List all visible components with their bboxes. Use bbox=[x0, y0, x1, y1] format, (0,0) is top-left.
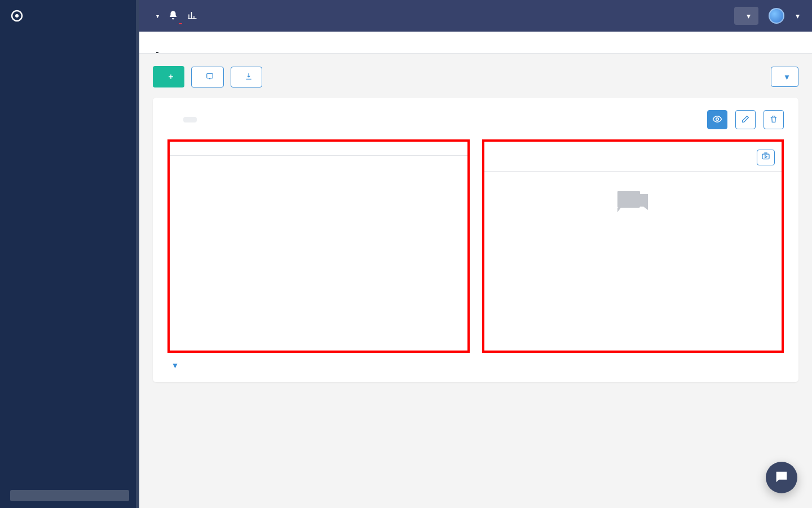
delete-button[interactable] bbox=[764, 110, 784, 129]
eye-icon bbox=[712, 114, 722, 126]
content: ＋ ▾ bbox=[139, 54, 812, 508]
sub-tabs bbox=[139, 32, 812, 54]
show-list-link[interactable]: ▾ bbox=[171, 361, 177, 370]
tablet-icon bbox=[205, 72, 214, 82]
main: ▾ ▾ ▾ bbox=[139, 0, 812, 508]
notifications-bell[interactable] bbox=[168, 10, 178, 22]
brand-logo[interactable] bbox=[0, 0, 139, 34]
sidebar-scrollbar[interactable] bbox=[136, 0, 139, 508]
chat-fab[interactable] bbox=[766, 462, 797, 493]
plus-icon: ＋ bbox=[167, 72, 175, 82]
chat-bubble-icon bbox=[774, 469, 789, 487]
session-card-header bbox=[167, 110, 784, 129]
download-quest-button[interactable] bbox=[231, 67, 262, 87]
version-tablet-button[interactable] bbox=[191, 67, 224, 87]
session-card: ▾ bbox=[153, 98, 798, 382]
tab-qa[interactable] bbox=[156, 32, 158, 53]
svg-rect-2 bbox=[207, 73, 213, 78]
stats-icon[interactable] bbox=[187, 10, 197, 22]
questions-pending-panel bbox=[167, 139, 470, 353]
session-agenda-badge bbox=[183, 117, 197, 122]
topbar: ▾ ▾ ▾ bbox=[139, 0, 812, 32]
help-center-button[interactable] bbox=[10, 490, 129, 501]
sidebar-scroll bbox=[0, 34, 139, 508]
caret-down-icon: ▾ bbox=[785, 72, 789, 81]
questions-live-panel bbox=[482, 139, 784, 353]
live-empty-state bbox=[484, 172, 782, 235]
preview-event-button[interactable]: ▾ bbox=[734, 7, 758, 25]
chat-icon bbox=[613, 189, 652, 224]
brand-icon bbox=[10, 9, 24, 26]
svg-rect-4 bbox=[762, 154, 769, 159]
svg-point-1 bbox=[15, 14, 19, 17]
avatar bbox=[769, 8, 784, 24]
view-button[interactable] bbox=[707, 110, 727, 129]
live-mode-button[interactable] bbox=[757, 150, 775, 165]
filter-session-dropdown[interactable]: ▾ bbox=[771, 67, 798, 87]
caret-down-icon: ▾ bbox=[173, 361, 177, 370]
filed-row: ▾ bbox=[167, 361, 784, 370]
sidebar bbox=[0, 0, 139, 508]
presentation-icon bbox=[761, 152, 770, 164]
trash-icon bbox=[769, 115, 778, 125]
notification-count bbox=[179, 23, 182, 24]
caret-down-icon: ▾ bbox=[156, 13, 159, 19]
caret-down-icon: ▾ bbox=[796, 11, 800, 20]
qa-toolbar: ＋ ▾ bbox=[153, 66, 798, 87]
bell-icon bbox=[168, 13, 178, 22]
svg-point-3 bbox=[716, 117, 719, 120]
user-menu[interactable]: ▾ bbox=[769, 8, 800, 24]
download-icon bbox=[245, 72, 253, 82]
event-selector[interactable]: ▾ bbox=[152, 13, 159, 19]
caret-down-icon: ▾ bbox=[747, 11, 751, 20]
new-qa-session-button[interactable]: ＋ bbox=[153, 66, 184, 87]
edit-icon bbox=[741, 115, 750, 125]
edit-button[interactable] bbox=[735, 110, 756, 129]
